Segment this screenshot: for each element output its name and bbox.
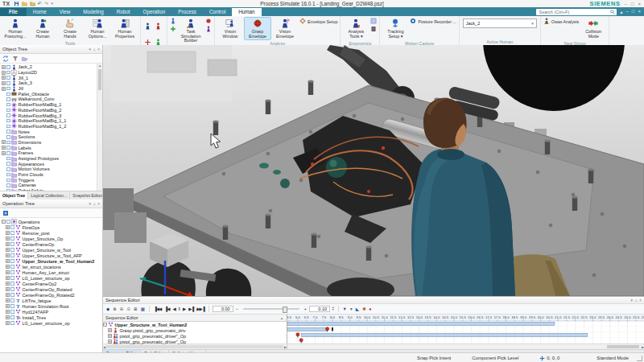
settings-icon[interactable]: ✱ (361, 305, 367, 313)
restore-button[interactable]: □ (631, 2, 634, 6)
owas-analysis-button[interactable]: Owas Analysis (543, 18, 579, 25)
visibility-checkbox[interactable] (10, 287, 14, 291)
dropdown-icon[interactable]: ▾ (349, 305, 353, 313)
expander-icon[interactable]: + (6, 293, 10, 297)
restore-button[interactable]: □ (632, 9, 635, 14)
visibility-checkbox[interactable] (10, 310, 14, 314)
visibility-checkbox[interactable] (6, 141, 10, 145)
tree-item[interactable]: +Upper_Structure_Op (2, 236, 102, 241)
expander-icon[interactable]: + (2, 65, 6, 69)
visibility-checkbox[interactable] (6, 173, 10, 177)
tree-item[interactable]: +CenterFrameOp2 (2, 281, 102, 286)
expander-icon[interactable]: + (6, 321, 10, 325)
close-icon[interactable]: × (97, 202, 100, 206)
task-simulation-builder-button[interactable]: Task SimulationBuilder (177, 17, 204, 45)
panel-tab-snapshot-editor[interactable]: Snapshot Editor (70, 191, 105, 200)
visibility-checkbox[interactable] (10, 276, 14, 280)
visibility-checkbox[interactable] (10, 231, 14, 235)
expander-icon[interactable]: + (2, 140, 6, 144)
visibility-checkbox[interactable] (10, 253, 14, 257)
time-step-spinner[interactable]: ▲▼ (332, 306, 334, 311)
expander-icon[interactable]: + (6, 248, 10, 252)
expander-icon[interactable]: + (2, 81, 6, 85)
tree-item[interactable]: +CenterFrameOp (2, 241, 102, 247)
expander-icon[interactable]: + (2, 71, 6, 75)
pin-icon[interactable]: ⊥ (93, 47, 96, 51)
save-icon[interactable] (14, 1, 19, 6)
visibility-checkbox[interactable] (10, 242, 14, 246)
slider-plus-button[interactable]: + (303, 305, 308, 313)
tree-item[interactable]: +FlowOps (2, 224, 102, 230)
visibility-checkbox[interactable] (6, 135, 10, 139)
folder-icon[interactable] (30, 1, 35, 6)
tree-item[interactable]: +CenterFrameOp_Rotated (2, 286, 102, 292)
expander-icon[interactable]: + (6, 265, 10, 269)
play-backward-button[interactable]: ◀ (171, 305, 175, 313)
minimize-button[interactable]: – (626, 9, 629, 14)
viewport-3d[interactable] (103, 45, 644, 296)
close-icon[interactable]: × (97, 47, 100, 51)
columns-icon[interactable]: ▦ (140, 305, 146, 313)
visibility-checkbox[interactable] (6, 179, 10, 183)
close-icon[interactable]: × (639, 298, 642, 302)
tree-item[interactable]: +Upper_Structure_w_Tool_Human2 (2, 258, 102, 264)
expander-icon[interactable]: + (108, 334, 112, 338)
expander-icon[interactable]: + (108, 339, 112, 343)
visibility-checkbox[interactable] (6, 151, 10, 155)
human-posturing--button[interactable]: HumanPosturing... (2, 17, 29, 40)
visibility-checkbox[interactable] (6, 97, 10, 101)
tracking-setup--button[interactable]: TrackingSetup ▾ (382, 17, 409, 40)
visibility-checkbox[interactable] (10, 298, 14, 302)
analysis-tools--button[interactable]: AnalysisTools ▾ (342, 17, 369, 40)
zoom-region-icon[interactable]: ⊞ (133, 305, 138, 313)
slider-thumb[interactable] (283, 306, 287, 313)
tree-tool-icon[interactable] (2, 210, 9, 216)
visibility-checkbox[interactable] (6, 162, 10, 166)
visibility-checkbox[interactable] (10, 225, 14, 229)
expander-icon[interactable]: + (2, 87, 6, 91)
ergo-grid-icon[interactable] (370, 18, 377, 25)
panel-menu-icon[interactable]: ▾ (631, 298, 633, 302)
visibility-checkbox[interactable] (10, 265, 14, 269)
visibility-checkbox[interactable] (10, 237, 14, 241)
create-human-button[interactable]: CreateHuman (29, 17, 56, 40)
create-hands-button[interactable]: CreateHands (56, 17, 84, 40)
link-icon[interactable]: ◣ (355, 305, 360, 313)
tree-item[interactable]: +Human_Asy_Lwr_struct (2, 269, 102, 275)
visibility-checkbox[interactable] (6, 81, 10, 85)
expander-icon[interactable]: + (6, 310, 10, 314)
sim-record-icon[interactable] (205, 18, 212, 25)
visibility-checkbox[interactable] (6, 93, 10, 97)
expander-icon[interactable]: + (6, 237, 10, 241)
active-human-dropdown[interactable]: Jack_2▾ (463, 19, 537, 28)
tab-modeling[interactable]: Modeling (76, 8, 110, 16)
tab-home[interactable]: Home (27, 8, 53, 16)
visibility-checkbox[interactable] (6, 71, 10, 75)
snap-pick-intent[interactable]: Snap Pick Intent (417, 356, 451, 360)
sequence-row[interactable]: +Grasp pistol_grip_pneumatic_driv (103, 327, 287, 333)
visibility-checkbox[interactable] (10, 321, 14, 325)
caret-down-icon[interactable]: ▾ (51, 1, 53, 6)
pin-icon[interactable]: ⊥ (93, 202, 96, 206)
grasp-envelope-button[interactable]: GraspEnvelope (244, 17, 271, 40)
filter2-icon[interactable]: ▼ (342, 305, 348, 313)
sim-jump-icon[interactable] (170, 18, 176, 25)
vision-envelope-button[interactable]: VisionEnvelope (271, 17, 299, 40)
step-back-button[interactable]: ▐◀ (163, 305, 170, 313)
panel-menu-icon[interactable]: ▾ (89, 202, 91, 206)
expander-icon[interactable]: + (6, 298, 10, 302)
envelope-setup-button[interactable]: Envelope Setup (299, 18, 337, 25)
expander-icon[interactable]: + (6, 276, 10, 280)
sync-icon[interactable] (2, 56, 10, 62)
visibility-checkbox[interactable] (10, 293, 14, 297)
zoom-in-icon[interactable]: ⊕ (112, 305, 118, 313)
sim-human-icon[interactable] (205, 26, 212, 33)
expander-icon[interactable]: + (6, 225, 10, 229)
ribbon-collapse-button[interactable]: ▴ (621, 9, 623, 14)
tree-item[interactable]: +THuman Simulation Root (2, 303, 102, 309)
pin-icon[interactable]: ⊥ (634, 298, 638, 302)
filter-icon[interactable] (12, 56, 19, 62)
visibility-checkbox[interactable] (6, 183, 10, 187)
expander-icon[interactable]: + (6, 270, 10, 274)
tab-file[interactable]: File (0, 8, 27, 16)
